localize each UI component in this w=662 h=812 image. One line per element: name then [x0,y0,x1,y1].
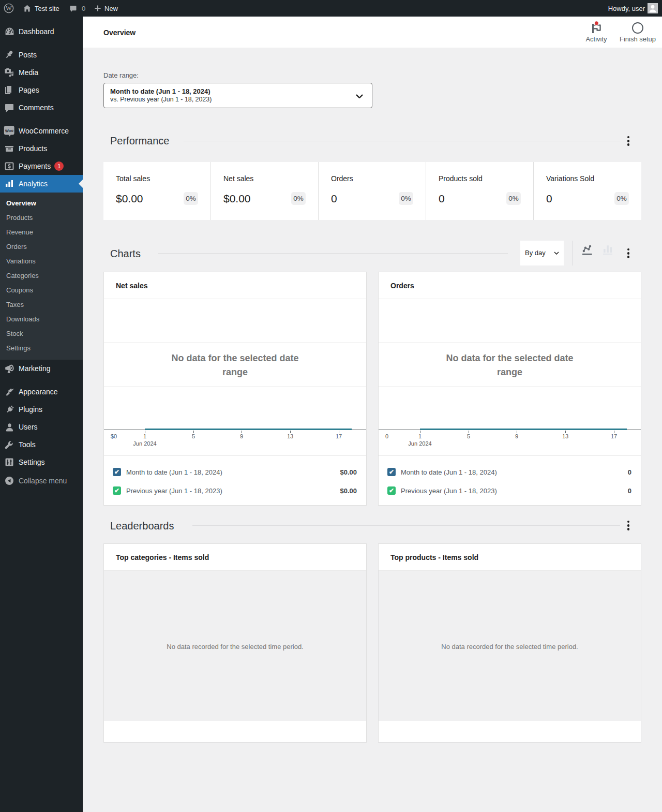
svg-text:W: W [6,5,12,12]
svg-text:Woo: Woo [5,128,13,134]
